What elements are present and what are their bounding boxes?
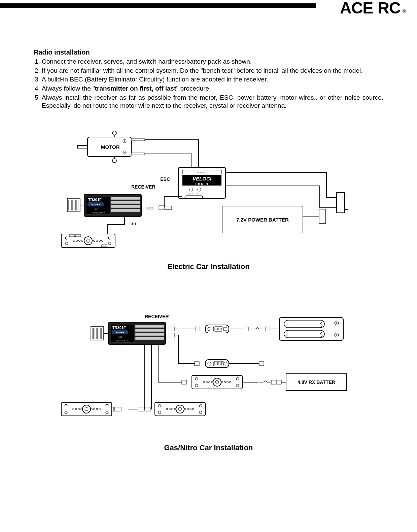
svg-rect-91 <box>244 327 249 331</box>
step-item: Connect the receiver, servos, and switch… <box>42 58 383 66</box>
receiver-icon: RECEIVER TR301F 40MHz FM NARROW <box>67 184 155 217</box>
svg-point-164 <box>184 408 186 410</box>
ch1-label: CH1 <box>130 222 136 226</box>
svg-point-56 <box>96 240 98 242</box>
svg-point-129 <box>227 381 228 383</box>
diagram-electric: MOTOR ESC <box>34 127 383 271</box>
rx-mode: FM <box>118 335 122 338</box>
step-item: Always follow the "transmitter on first,… <box>42 85 383 93</box>
esc-icon: ESC ACE R/C VELOCI PRO-R SET LED <box>160 167 225 198</box>
step-item: A build-in BEC (Battery Eliminator Circu… <box>42 75 383 84</box>
rx-model: TR301F <box>112 326 126 330</box>
svg-point-53 <box>78 240 80 242</box>
receiver-label: RECEIVER <box>131 184 155 190</box>
header-rule <box>0 3 316 8</box>
svg-point-46 <box>86 239 90 242</box>
motor-icon: MOTOR <box>77 131 145 163</box>
svg-point-55 <box>93 240 95 242</box>
svg-point-148 <box>93 408 95 410</box>
steps-list: Connect the receiver, servos, and switch… <box>34 58 383 110</box>
svg-point-144 <box>75 408 77 410</box>
battery-holder-icon <box>279 318 343 340</box>
svg-rect-79 <box>169 327 174 331</box>
switch-middle <box>169 333 264 368</box>
svg-point-127 <box>221 381 223 383</box>
rx-band: NARROW BAND <box>116 340 129 342</box>
switch-top <box>169 325 279 333</box>
svg-point-130 <box>229 381 231 383</box>
svg-rect-20 <box>337 193 345 213</box>
rx-freq: 40MHz <box>115 331 124 334</box>
svg-rect-103 <box>195 362 199 366</box>
svg-rect-75 <box>135 329 164 332</box>
brand-part2: RC <box>378 0 400 17</box>
svg-point-167 <box>192 408 194 410</box>
svg-rect-151 <box>138 407 144 411</box>
motor-label: MOTOR <box>101 144 120 150</box>
svg-point-146 <box>80 408 82 410</box>
svg-point-125 <box>208 381 210 383</box>
svg-rect-131 <box>271 380 276 384</box>
svg-rect-76 <box>135 333 164 336</box>
svg-point-128 <box>224 381 225 383</box>
svg-rect-114 <box>259 362 264 366</box>
esc-brand: ACE R/C <box>196 171 207 174</box>
svg-point-143 <box>72 408 74 410</box>
svg-rect-95 <box>284 330 324 338</box>
svg-point-165 <box>187 408 188 410</box>
svg-point-57 <box>99 240 100 242</box>
svg-rect-22 <box>319 209 326 223</box>
svg-rect-19 <box>185 196 203 198</box>
svg-point-123 <box>203 381 205 383</box>
diagram2-caption: Gas/Nitro Car Installation <box>34 443 383 452</box>
ch2-label: CH2 <box>146 206 153 210</box>
content: Radio installation Connect the receiver,… <box>34 48 383 452</box>
rx-freq: 40MHz <box>91 203 100 206</box>
rx-model: TR301F <box>88 198 102 202</box>
svg-point-124 <box>206 381 207 383</box>
svg-rect-24 <box>165 206 172 209</box>
rx-battery-label: 4.8V RX BATTER <box>298 379 335 385</box>
svg-rect-77 <box>135 337 164 340</box>
electric-car-svg: MOTOR ESC <box>57 127 360 255</box>
rx-band: NARROW BAND <box>92 212 104 214</box>
diagram1-caption: Electric Car Installation <box>34 262 383 271</box>
brand-logo: ACE RC ® <box>340 0 404 17</box>
svg-rect-152 <box>145 407 151 411</box>
diagram-gas-nitro: RECEIVER TR301F 40MHz FM NARROW BAND <box>34 308 383 452</box>
svg-point-58 <box>101 240 103 242</box>
svg-point-54 <box>81 240 83 242</box>
svg-rect-59 <box>69 235 75 237</box>
svg-rect-39 <box>111 201 140 204</box>
rx-battery-box: 4.8V RX BATTER <box>286 374 347 391</box>
svg-rect-25 <box>159 206 164 210</box>
svg-rect-134 <box>114 407 121 411</box>
svg-rect-115 <box>182 380 186 384</box>
receiver-label: RECEIVER <box>145 314 169 319</box>
registered-mark: ® <box>403 9 406 14</box>
svg-point-149 <box>96 408 98 410</box>
svg-rect-74 <box>135 325 164 328</box>
step-item: If you are not familiar with all the con… <box>42 67 383 75</box>
svg-point-51 <box>73 240 75 242</box>
step-item: Always install the receiver as far as po… <box>42 94 383 110</box>
servo-icon <box>61 234 115 247</box>
svg-point-150 <box>99 408 100 410</box>
svg-point-155 <box>178 407 182 411</box>
svg-rect-80 <box>195 327 200 331</box>
battery-label: 7.2V POWER BATTER <box>236 217 289 223</box>
svg-rect-94 <box>284 320 324 328</box>
page: ACE RC ® Radio installation Connect the … <box>0 0 417 532</box>
svg-rect-61 <box>102 245 107 247</box>
gas-car-svg: RECEIVER TR301F 40MHz FM NARROW BAND <box>57 308 360 436</box>
svg-rect-12 <box>131 153 145 155</box>
svg-rect-21 <box>345 196 348 209</box>
svg-rect-40 <box>111 205 140 208</box>
svg-rect-1 <box>77 145 88 148</box>
power-battery: 7.2V POWER BATTER <box>222 206 303 233</box>
rx-mode: FM <box>94 207 98 210</box>
svg-rect-41 <box>111 209 140 212</box>
svg-rect-92 <box>265 327 270 331</box>
svg-point-3 <box>112 159 116 163</box>
svg-rect-132 <box>277 380 281 384</box>
